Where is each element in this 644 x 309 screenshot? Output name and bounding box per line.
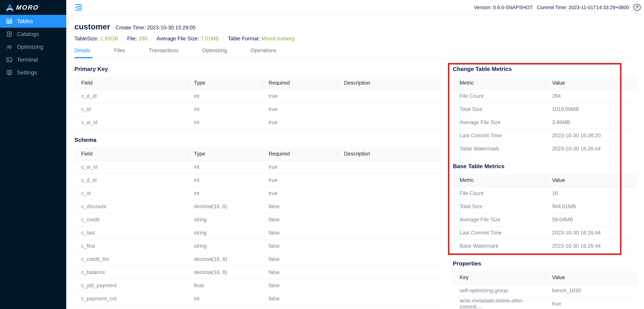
table-cell: c_discount xyxy=(74,200,187,213)
properties-table: KeyValue self-optimizing.groupbench_1030… xyxy=(453,271,638,309)
table-row: c_credit_limdecimal(16, 8)false xyxy=(74,253,441,266)
sidebar: MORO Tables Catalogs Optimizing xyxy=(0,0,66,309)
change-table-metrics-section: Change Table Metrics MetricValue File Co… xyxy=(453,66,638,156)
table-cell: 2023-10-30 16:26:44 xyxy=(545,226,638,240)
table-cell: true xyxy=(262,174,337,187)
table-cell: Last Commit Time xyxy=(453,226,545,240)
logo-text: MORO xyxy=(16,4,39,11)
sidebar-item-catalogs[interactable]: Catalogs xyxy=(0,28,66,40)
table-cell: 2023-10-30 16:26:44 xyxy=(545,240,638,253)
table-cell: string xyxy=(187,226,262,240)
table-row: self-optimizing.groupbench_1030 xyxy=(453,284,638,297)
primary-key-table: FieldTypeRequiredDescription c_d_idinttr… xyxy=(74,76,441,129)
table-cell: c_balance xyxy=(74,266,187,279)
table-row: Total Size944.61MB xyxy=(453,200,638,213)
sidebar-item-tables[interactable]: Tables xyxy=(0,15,66,28)
table-cell: c_ytd_payment xyxy=(74,279,187,292)
terminal-icon xyxy=(6,57,12,63)
table-cell: c_id xyxy=(74,103,187,116)
table-cell: false xyxy=(262,279,337,292)
table-row: c_w_idinttrue xyxy=(74,160,441,174)
column-header: Metric xyxy=(453,174,545,187)
column-header: Value xyxy=(545,174,638,187)
section-title: Primary Key xyxy=(74,66,441,72)
table-row: c_ytd_paymentfloatfalse xyxy=(74,279,441,292)
table-cell: c_w_id xyxy=(74,160,187,174)
sidebar-item-label: Tables xyxy=(17,18,33,24)
right-column: Change Table Metrics MetricValue File Co… xyxy=(453,66,638,309)
table-row: File Count264 xyxy=(453,89,638,103)
menu-fold-icon[interactable] xyxy=(75,4,82,11)
table-cell: bench_1030 xyxy=(545,284,638,297)
table-cell: write.metadata.delete-after-commit.... xyxy=(453,297,545,309)
section-title: Schema xyxy=(74,137,441,143)
column-header: Description xyxy=(337,76,441,89)
table-cell: Total Size xyxy=(453,103,545,116)
change-table-metrics-table: MetricValue File Count264Total Size1019.… xyxy=(453,76,638,156)
section-title: Change Table Metrics xyxy=(453,66,638,72)
table-cell: c_last xyxy=(74,226,187,240)
table-cell: false xyxy=(262,226,337,240)
table-cell: true xyxy=(262,187,337,200)
table-row: c_d_idinttrue xyxy=(74,174,441,187)
tab-details[interactable]: Details xyxy=(74,47,93,58)
table-cell: 3.86MB xyxy=(545,116,638,129)
table-cell: true xyxy=(262,160,337,174)
table-cell: 1019.09MB xyxy=(545,103,638,116)
sidebar-nav: Tables Catalogs Optimizing Terminal xyxy=(0,15,66,79)
table-cell: 59.04MB xyxy=(545,213,638,226)
section-title: Base Table Metrics xyxy=(453,163,638,170)
table-cell: false xyxy=(262,240,337,253)
column-header: Type xyxy=(187,76,262,89)
table-cell: false xyxy=(262,253,337,266)
sidebar-item-terminal[interactable]: Terminal xyxy=(0,53,66,66)
table-cell: c_d_id xyxy=(74,89,187,103)
meta-table-size: TableSize: 1.92GB xyxy=(74,36,118,42)
section-title: Properties xyxy=(453,260,638,267)
question-circle-icon[interactable]: ? xyxy=(634,4,640,11)
sidebar-item-label: Terminal xyxy=(17,56,38,63)
page-title: customer xyxy=(74,22,110,31)
table-cell: Table Watermark xyxy=(453,142,545,155)
table-cell: Total Size xyxy=(453,200,545,213)
table-cell: int xyxy=(187,187,262,200)
table-cell: 16 xyxy=(545,187,638,200)
table-cell: int xyxy=(187,160,262,174)
primary-key-section: Primary Key FieldTypeRequiredDescription… xyxy=(74,66,441,129)
tab-files[interactable]: Files xyxy=(112,47,128,58)
sidebar-item-optimizing[interactable]: Optimizing xyxy=(0,40,66,53)
sidebar-item-settings[interactable]: Settings xyxy=(0,66,66,79)
tab-optimizing[interactable]: Optimizing xyxy=(200,47,229,58)
divider xyxy=(122,36,123,42)
title-row: customer Create Time: 2023-10-30 15:29:0… xyxy=(74,15,638,31)
column-header: Value xyxy=(545,271,638,284)
tab-operations[interactable]: Operations xyxy=(248,47,279,58)
table-row: c_discountdecimal(16, 8)false xyxy=(74,200,441,213)
table-cell: c_credit xyxy=(74,213,187,226)
table-header-row: MetricValue xyxy=(453,174,638,187)
table-row: c_firststringfalse xyxy=(74,240,441,253)
table-cell: true xyxy=(545,297,638,309)
table-header-row: MetricValue xyxy=(453,76,638,89)
schema-table: FieldTypeRequiredDescription c_w_idinttr… xyxy=(74,147,441,306)
column-header: Metric xyxy=(453,76,545,89)
meta-file-count: File: 280 xyxy=(127,36,148,42)
table-cell xyxy=(337,253,441,266)
table-row: c_idinttrue xyxy=(74,103,441,116)
divider xyxy=(152,36,152,42)
detail-tabs: Details Files Transactions Optimizing Op… xyxy=(74,47,638,58)
table-cell: Average File Size xyxy=(453,116,545,129)
table-cell: 2023-10-30 16:26:20 xyxy=(545,129,638,142)
base-table-metrics-table: MetricValue File Count16Total Size944.61… xyxy=(453,174,638,253)
top-bar: Version: 0.6.0-SNAPSHOT Commit Time: 202… xyxy=(66,0,644,15)
table-cell xyxy=(337,200,441,213)
settings-monitor-icon xyxy=(6,70,12,75)
tab-transactions[interactable]: Transactions xyxy=(146,47,181,58)
catalog-list-icon xyxy=(6,31,12,37)
table-row: Base Watermark2023-10-30 16:26:44 xyxy=(453,240,638,253)
table-cell xyxy=(337,116,441,129)
table-cell: string xyxy=(187,213,262,226)
details-columns: Primary Key FieldTypeRequiredDescription… xyxy=(74,66,638,309)
create-time-text: Create Time: 2023-10-30 15:29:05 xyxy=(116,25,196,31)
table-cell: 2023-10-30 16:26:44 xyxy=(545,142,638,155)
